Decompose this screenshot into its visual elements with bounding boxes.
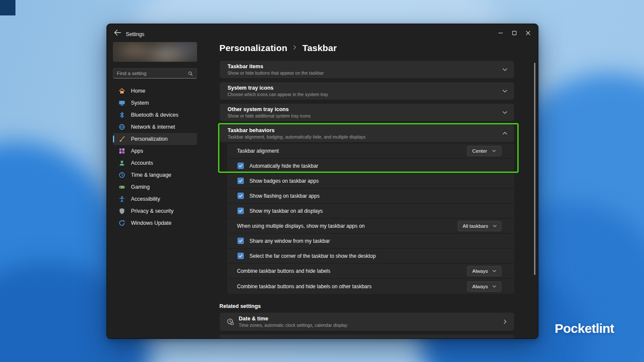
sidebar-item-label: Accounts <box>131 160 153 166</box>
sidebar-nav: Home System Bluetooth & devices Network … <box>113 85 197 229</box>
chevron-down-icon[interactable] <box>502 109 508 115</box>
breadcrumb: Personalization Taskbar <box>219 43 337 53</box>
clock-icon <box>118 172 125 178</box>
checkmark-icon <box>238 178 243 183</box>
setting-label: Select the far corner of the taskbar to … <box>249 253 376 259</box>
close-icon <box>526 30 531 36</box>
card-subtitle: Show or hide buttons that appear on the … <box>228 70 514 75</box>
chevron-down-icon <box>492 223 497 228</box>
checkbox-all-displays[interactable] <box>237 208 244 214</box>
sidebar-item-apps[interactable]: Apps <box>113 145 197 157</box>
setting-label: Combine taskbar buttons and hide labels <box>237 268 330 274</box>
sidebar-item-label: Personalization <box>131 136 167 142</box>
sidebar-item-label: Apps <box>131 148 143 154</box>
game-controller-icon <box>118 184 125 190</box>
card-title: Date & time <box>239 316 514 322</box>
globe-icon <box>118 124 125 130</box>
checkmark-icon <box>238 193 243 198</box>
sidebar-item-label: System <box>131 100 149 106</box>
checkmark-icon <box>238 163 243 168</box>
card-title: Taskbar behaviors <box>228 127 514 133</box>
chevron-down-icon <box>492 268 497 273</box>
sidebar-item-personalization[interactable]: Personalization <box>113 133 197 145</box>
combine-buttons-other-dropdown[interactable]: Always <box>467 281 501 292</box>
card-taskbar-items[interactable]: Taskbar items Show or hide buttons that … <box>219 60 514 78</box>
checkmark-icon <box>238 208 243 213</box>
row-multiple-displays-apps: When using multiple displays, show my ta… <box>227 219 514 234</box>
user-profile[interactable] <box>113 42 197 62</box>
sidebar-item-label: Accessibility <box>131 196 160 202</box>
row-auto-hide-taskbar: Automatically hide the taskbar <box>227 159 514 174</box>
sidebar-item-system[interactable]: System <box>113 97 197 109</box>
chevron-up-icon[interactable] <box>502 130 508 136</box>
person-icon <box>118 160 125 166</box>
sidebar-item-privacy-security[interactable]: Privacy & security <box>113 205 197 217</box>
setting-label: Combine taskbar buttons and hide labels … <box>237 284 372 290</box>
row-far-corner-desktop: Select the far corner of the taskbar to … <box>227 249 514 264</box>
sidebar-item-label: Privacy & security <box>131 208 173 214</box>
apps-grid-icon <box>118 148 125 154</box>
date-time-icon <box>227 318 234 326</box>
checkbox-auto-hide[interactable] <box>237 163 244 169</box>
close-button[interactable] <box>521 28 535 38</box>
sidebar-item-label: Home <box>131 88 145 94</box>
sidebar-item-accounts[interactable]: Accounts <box>113 157 197 169</box>
card-taskbar-behaviors[interactable]: Taskbar behaviors Taskbar alignment, bad… <box>219 124 514 142</box>
row-show-flashing: Show flashing on taskbar apps <box>227 189 514 204</box>
card-other-system-tray-icons[interactable]: Other system tray icons Show or hide add… <box>219 103 514 121</box>
chevron-down-icon[interactable] <box>502 88 508 94</box>
home-icon <box>118 87 125 94</box>
bluetooth-icon <box>118 112 125 118</box>
card-title: System tray icons <box>228 85 514 91</box>
shield-icon <box>118 208 125 214</box>
sidebar-item-label: Windows Update <box>131 220 172 226</box>
sidebar-item-accessibility[interactable]: Accessibility <box>113 193 197 205</box>
chevron-right-icon[interactable] <box>502 319 508 325</box>
card-date-time[interactable]: Date & time Time zones, automatic clock … <box>219 312 514 331</box>
dropdown-value: All taskbars <box>463 223 488 229</box>
combine-buttons-dropdown[interactable]: Always <box>467 266 501 276</box>
sidebar-item-gaming[interactable]: Gaming <box>113 181 197 193</box>
card-title: Taskbar items <box>228 63 514 69</box>
partial-next-card <box>219 335 514 339</box>
row-show-badges: Show badges on taskbar apps <box>227 174 514 189</box>
dropdown-value: Always <box>472 284 488 289</box>
chevron-down-icon[interactable] <box>502 66 508 72</box>
chevron-down-icon <box>492 284 497 289</box>
sidebar-item-label: Bluetooth & devices <box>131 112 179 118</box>
checkbox-far-corner[interactable] <box>237 253 244 259</box>
sidebar-item-bluetooth-devices[interactable]: Bluetooth & devices <box>113 109 197 121</box>
row-combine-buttons-other: Combine taskbar buttons and hide labels … <box>227 279 514 294</box>
search-icon <box>188 71 193 76</box>
accessibility-person-icon <box>118 196 125 202</box>
setting-label: Automatically hide the taskbar <box>249 163 318 169</box>
multiple-displays-dropdown[interactable]: All taskbars <box>458 221 501 231</box>
dropdown-value: Always <box>472 268 488 274</box>
related-settings-header: Related settings <box>219 303 261 309</box>
setting-label: Show my taskbar on all displays <box>249 208 323 214</box>
window-title: Settings <box>126 31 144 37</box>
sidebar-item-network-internet[interactable]: Network & internet <box>113 121 197 133</box>
checkbox-show-badges[interactable] <box>237 178 244 184</box>
dropdown-value: Center <box>472 148 487 154</box>
settings-window: Settings Home <box>106 24 538 339</box>
card-subtitle: Choose which icons can appear in the sys… <box>228 92 514 97</box>
back-arrow-icon <box>115 30 121 35</box>
back-button[interactable] <box>113 29 122 36</box>
card-system-tray-icons[interactable]: System tray icons Choose which icons can… <box>219 82 514 100</box>
checkbox-share-window[interactable] <box>237 238 244 244</box>
checkbox-show-flashing[interactable] <box>237 193 244 199</box>
breadcrumb-parent[interactable]: Personalization <box>219 43 287 53</box>
sidebar-item-time-language[interactable]: Time & language <box>113 169 197 181</box>
sidebar-item-windows-update[interactable]: Windows Update <box>113 217 197 229</box>
row-taskbar-alignment: Taskbar alignment Center <box>227 144 514 159</box>
search-input[interactable] <box>113 71 188 76</box>
taskbar-alignment-dropdown[interactable]: Center <box>467 146 501 156</box>
chevron-down-icon <box>492 148 496 153</box>
scrollbar-thumb[interactable] <box>534 63 535 275</box>
page-title: Taskbar <box>302 43 337 53</box>
sidebar-item-home[interactable]: Home <box>113 85 197 97</box>
sidebar-item-label: Time & language <box>131 172 171 178</box>
card-subtitle: Taskbar alignment, badging, automaticall… <box>228 134 514 139</box>
setting-label: Show badges on taskbar apps <box>249 178 319 184</box>
